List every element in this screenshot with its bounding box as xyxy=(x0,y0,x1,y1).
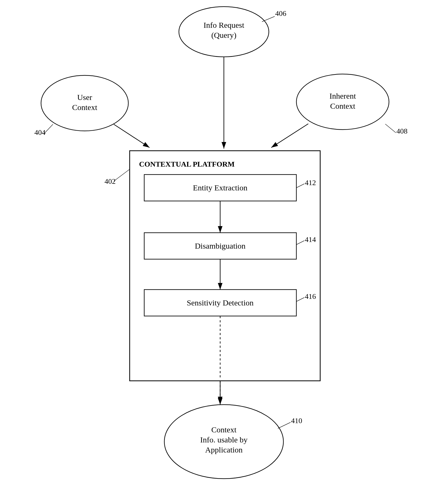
user-context-label-line2: Context xyxy=(72,103,98,112)
ref-412: 412 xyxy=(305,179,316,187)
sensitivity-detection-label: Sensitivity Detection xyxy=(187,298,254,307)
platform-label: CONTEXTUAL PLATFORM xyxy=(139,160,234,168)
ref-406-line xyxy=(262,16,275,22)
ref-410-line xyxy=(278,422,291,428)
inherent-context-arrow xyxy=(271,124,308,148)
context-output-label-line2: Info. usable by xyxy=(200,435,247,444)
user-context-arrow xyxy=(114,124,150,148)
inherent-context-label-line1: Inherent xyxy=(329,92,356,100)
ref-402-line xyxy=(114,169,130,181)
diagram-container: Info Request (Query) 406 User Context 40… xyxy=(0,0,448,494)
ref-406: 406 xyxy=(275,9,286,17)
user-context-label-line1: User xyxy=(77,93,92,102)
ref-416: 416 xyxy=(305,292,316,300)
context-output-label-line1: Context xyxy=(211,425,237,434)
info-request-label-line2: (Query) xyxy=(211,31,237,40)
ref-404: 404 xyxy=(34,128,46,136)
disambiguation-label: Disambiguation xyxy=(195,241,246,250)
ref-402: 402 xyxy=(105,177,116,185)
ref-410: 410 xyxy=(291,417,302,425)
ref-408: 408 xyxy=(396,127,408,135)
ref-414: 414 xyxy=(305,235,316,244)
entity-extraction-label: Entity Extraction xyxy=(193,183,247,192)
context-output-label-line3: Application xyxy=(205,445,243,454)
inherent-context-label-line2: Context xyxy=(330,102,356,110)
ref-408-line xyxy=(385,124,396,133)
diagram-svg: Info Request (Query) 406 User Context 40… xyxy=(0,0,448,494)
info-request-label-line1: Info Request xyxy=(203,21,245,29)
